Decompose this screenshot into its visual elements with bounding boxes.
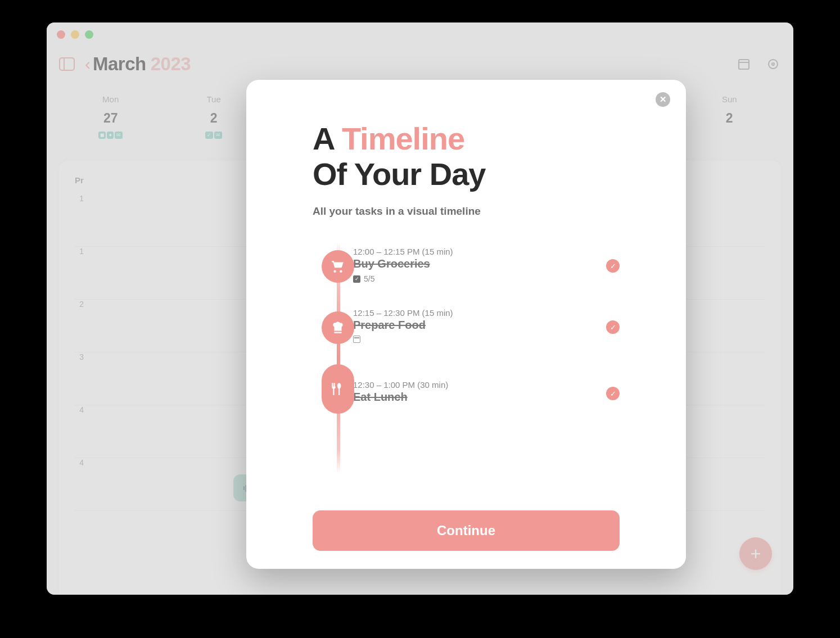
utensils-icon <box>322 364 354 414</box>
timeline-item: 12:30 – 1:00 PM (30 min) Eat Lunch ✓ <box>353 368 620 404</box>
calendar-icon <box>353 336 360 343</box>
modal-subtitle: All your tasks in a visual timeline <box>313 205 620 218</box>
completed-check-icon: ✓ <box>606 320 620 334</box>
completed-check-icon: ✓ <box>606 259 620 273</box>
timeline-item: 12:00 – 12:15 PM (15 min) Buy Groceries … <box>353 247 620 283</box>
task-time: 12:00 – 12:15 PM (15 min) <box>353 247 453 256</box>
cart-icon <box>322 250 354 283</box>
onboarding-modal: ✕ A Timeline Of Your Day All your tasks … <box>246 80 686 569</box>
close-modal-button[interactable]: ✕ <box>656 92 670 107</box>
timeline-illustration: 12:00 – 12:15 PM (15 min) Buy Groceries … <box>313 247 620 472</box>
task-meta: ✓ 5/5 <box>353 274 453 283</box>
chef-icon <box>322 311 354 344</box>
completed-check-icon: ✓ <box>606 387 620 400</box>
app-window: ‹ March 2023 › Mon 27 ◼●✉ Tue 2 ✓✉ Wed T… <box>47 22 793 595</box>
checkbox-icon: ✓ <box>353 275 360 283</box>
task-title: Buy Groceries <box>353 257 453 270</box>
timeline-item: 12:15 – 12:30 PM (15 min) Prepare Food ✓ <box>353 308 620 343</box>
modal-heading: A Timeline Of Your Day <box>313 121 620 192</box>
continue-button[interactable]: Continue <box>313 510 620 551</box>
